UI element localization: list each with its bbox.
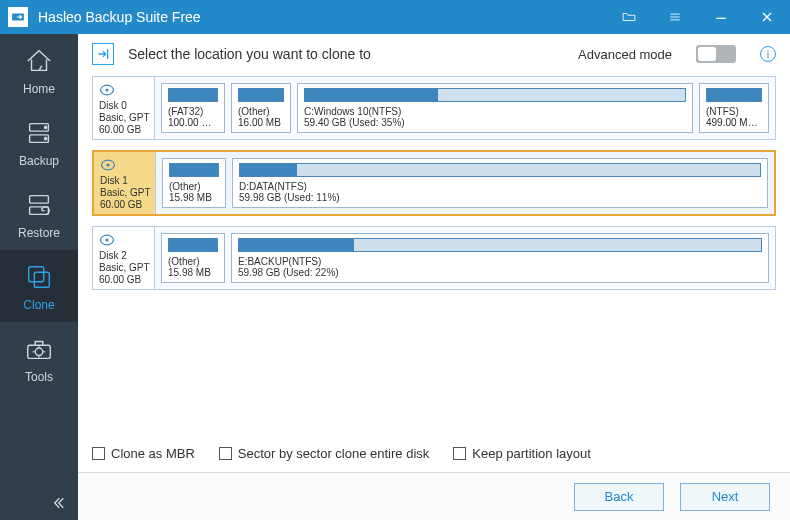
disk-row[interactable]: Disk 2Basic, GPT60.00 GB(Other)15.98 MBE… — [92, 226, 776, 290]
disk-name: Disk 0 — [99, 100, 150, 111]
disk-size: 60.00 GB — [100, 199, 151, 210]
disk-icon — [99, 83, 115, 97]
partition-size: 16.00 MB — [238, 117, 284, 128]
partition[interactable]: (NTFS)499.00 MB ... — [699, 83, 769, 133]
partition-label: E:BACKUP(NTFS) — [238, 256, 762, 267]
option-label: Keep partition layout — [472, 446, 591, 461]
disk-row[interactable]: Disk 0Basic, GPT60.00 GB(FAT32)100.00 MB… — [92, 76, 776, 140]
option-checkbox[interactable]: Keep partition layout — [453, 446, 591, 461]
partition-size: 59.40 GB (Used: 35%) — [304, 117, 686, 128]
svg-point-14 — [106, 163, 109, 166]
nav-home[interactable]: Home — [0, 34, 78, 106]
home-icon — [22, 44, 56, 78]
disk-header: Disk 2Basic, GPT60.00 GB — [93, 227, 155, 289]
partition-label: (Other) — [169, 181, 219, 192]
next-button[interactable]: Next — [680, 483, 770, 511]
disk-name: Disk 1 — [100, 175, 151, 186]
partition-size: 59.98 GB (Used: 22%) — [238, 267, 762, 278]
partition-usage-bar — [168, 88, 218, 102]
nav-label: Restore — [18, 226, 60, 240]
partition-size: 15.98 MB — [168, 267, 218, 278]
partition[interactable]: E:BACKUP(NTFS)59.98 GB (Used: 22%) — [231, 233, 769, 283]
app-window: Hasleo Backup Suite Free Home — [0, 0, 790, 520]
clone-icon — [22, 260, 56, 294]
checkbox-box — [219, 447, 232, 460]
svg-rect-6 — [30, 207, 49, 215]
disk-partitions: (Other)15.98 MBE:BACKUP(NTFS)59.98 GB (U… — [155, 227, 775, 289]
partition-usage-fill — [239, 239, 354, 251]
menu-icon[interactable] — [652, 0, 698, 34]
partition[interactable]: (Other)15.98 MB — [162, 158, 226, 208]
nav-backup[interactable]: Backup — [0, 106, 78, 178]
nav-clone[interactable]: Clone — [0, 250, 78, 322]
disk-icon — [99, 233, 115, 247]
disk-partitions: (Other)15.98 MBD:DATA(NTFS)59.98 GB (Use… — [156, 152, 774, 214]
open-folder-icon[interactable] — [606, 0, 652, 34]
app-logo-icon — [8, 7, 28, 27]
partition-usage-fill — [170, 164, 218, 176]
partition-label: (NTFS) — [706, 106, 762, 117]
nav-label: Backup — [19, 154, 59, 168]
nav-restore[interactable]: Restore — [0, 178, 78, 250]
advanced-mode-toggle[interactable] — [696, 45, 736, 63]
clone-options: Clone as MBRSector by sector clone entir… — [78, 434, 790, 472]
app-title: Hasleo Backup Suite Free — [38, 9, 606, 25]
nav-tools[interactable]: Tools — [0, 322, 78, 394]
svg-rect-8 — [34, 272, 49, 287]
instruction-text: Select the location you want to clone to — [128, 46, 564, 62]
minimize-button[interactable] — [698, 0, 744, 34]
disk-name: Disk 2 — [99, 250, 150, 261]
partition-usage-fill — [240, 164, 297, 176]
app-body: Home Backup Restore Clone — [0, 34, 790, 520]
sidebar-collapse-button[interactable] — [0, 486, 78, 520]
wizard-footer: Back Next — [78, 472, 790, 520]
partition-label: (FAT32) — [168, 106, 218, 117]
back-button[interactable]: Back — [574, 483, 664, 511]
option-label: Sector by sector clone entire disk — [238, 446, 429, 461]
target-location-icon — [92, 43, 114, 65]
disk-list: Disk 0Basic, GPT60.00 GB(FAT32)100.00 MB… — [78, 74, 790, 434]
svg-point-16 — [105, 238, 108, 241]
checkbox-box — [92, 447, 105, 460]
disk-type: Basic, GPT — [100, 187, 151, 198]
titlebar-buttons — [606, 0, 790, 34]
partition-usage-bar — [304, 88, 686, 102]
partition-usage-bar — [238, 238, 762, 252]
sidebar: Home Backup Restore Clone — [0, 34, 78, 520]
nav-label: Home — [23, 82, 55, 96]
main-panel: Select the location you want to clone to… — [78, 34, 790, 520]
partition-label: (Other) — [168, 256, 218, 267]
disk-header: Disk 1Basic, GPT60.00 GB — [94, 152, 156, 214]
partition[interactable]: (Other)16.00 MB — [231, 83, 291, 133]
partition-label: (Other) — [238, 106, 284, 117]
svg-rect-5 — [30, 196, 49, 204]
partition[interactable]: (Other)15.98 MB — [161, 233, 225, 283]
partition[interactable]: (FAT32)100.00 MB ... — [161, 83, 225, 133]
disk-header: Disk 0Basic, GPT60.00 GB — [93, 77, 155, 139]
nav-label: Clone — [23, 298, 54, 312]
close-button[interactable] — [744, 0, 790, 34]
option-checkbox[interactable]: Clone as MBR — [92, 446, 195, 461]
toggle-knob — [698, 47, 716, 61]
option-checkbox[interactable]: Sector by sector clone entire disk — [219, 446, 429, 461]
advanced-mode-label: Advanced mode — [578, 47, 672, 62]
partition-size: 499.00 MB ... — [706, 117, 762, 128]
partition-label: C:Windows 10(NTFS) — [304, 106, 686, 117]
disk-row[interactable]: Disk 1Basic, GPT60.00 GB(Other)15.98 MBD… — [92, 150, 776, 216]
info-icon[interactable]: i — [760, 46, 776, 62]
svg-point-10 — [35, 348, 43, 356]
partition-label: D:DATA(NTFS) — [239, 181, 761, 192]
partition-usage-fill — [707, 89, 761, 101]
disk-icon — [100, 158, 116, 172]
disk-size: 60.00 GB — [99, 124, 150, 135]
partition-usage-fill — [169, 239, 217, 251]
backup-icon — [22, 116, 56, 150]
partition[interactable]: D:DATA(NTFS)59.98 GB (Used: 11%) — [232, 158, 768, 208]
checkbox-box — [453, 447, 466, 460]
svg-rect-7 — [29, 267, 44, 282]
partition-size: 15.98 MB — [169, 192, 219, 203]
partition[interactable]: C:Windows 10(NTFS)59.40 GB (Used: 35%) — [297, 83, 693, 133]
tools-icon — [22, 332, 56, 366]
option-label: Clone as MBR — [111, 446, 195, 461]
title-bar: Hasleo Backup Suite Free — [0, 0, 790, 34]
